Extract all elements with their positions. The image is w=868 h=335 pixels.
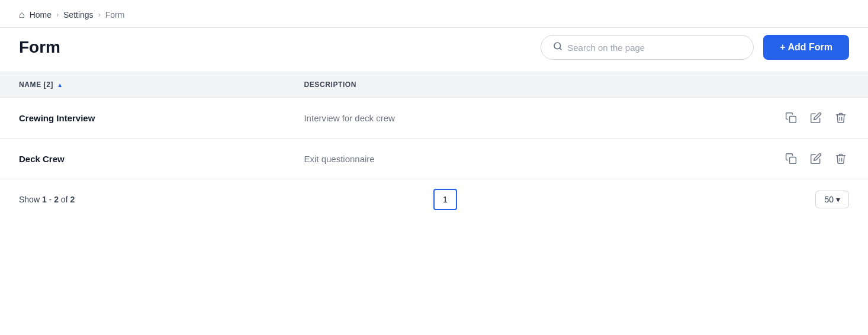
breadcrumb-sep-2: › xyxy=(98,11,101,19)
col-name-label: NAME [2] xyxy=(19,80,53,89)
per-page-value: 50 xyxy=(824,195,834,204)
col-name: NAME [2] ▲ xyxy=(0,72,285,98)
search-input[interactable] xyxy=(567,43,741,53)
row-2-delete-button[interactable] xyxy=(832,150,849,167)
row-1-edit-button[interactable] xyxy=(808,109,824,126)
sort-asc-icon[interactable]: ▲ xyxy=(57,82,63,88)
row-1-description: Interview for deck crew xyxy=(285,98,607,138)
row-1-delete-button[interactable] xyxy=(832,109,849,126)
add-form-button[interactable]: + Add Form xyxy=(763,35,849,60)
row-2-edit-button[interactable] xyxy=(808,150,824,167)
row-1-name: Crewing Interview xyxy=(0,98,285,138)
of-label: of xyxy=(61,195,68,204)
search-icon xyxy=(553,41,562,53)
col-description: DESCRIPTION xyxy=(285,72,607,98)
breadcrumb-sep-1: › xyxy=(56,11,59,19)
range-start: 1 xyxy=(42,195,47,204)
row-2-description: Exit questionnaire xyxy=(285,138,607,179)
row-1-actions xyxy=(607,98,868,138)
table-row: Crewing Interview Interview for deck cre… xyxy=(0,98,868,138)
svg-line-1 xyxy=(560,48,561,50)
show-prefix: Show xyxy=(19,195,40,204)
show-text: Show 1 - 2 of 2 xyxy=(19,195,75,204)
range-dash: - xyxy=(49,195,54,204)
table-body: Crewing Interview Interview for deck cre… xyxy=(0,98,868,179)
breadcrumb-current: Form xyxy=(105,10,125,20)
page-input[interactable] xyxy=(433,189,457,210)
row-2-actions xyxy=(607,138,868,179)
table-header: NAME [2] ▲ DESCRIPTION xyxy=(0,72,868,98)
pagination xyxy=(433,189,457,210)
breadcrumb-home-link[interactable]: Home xyxy=(30,10,52,20)
breadcrumb: ⌂ Home › Settings › Form xyxy=(0,0,868,27)
page-header: Form + Add Form xyxy=(0,28,868,72)
forms-table: NAME [2] ▲ DESCRIPTION Crewing Interview… xyxy=(0,72,868,179)
home-icon: ⌂ xyxy=(19,9,25,20)
search-box xyxy=(541,35,754,60)
row-2-copy-button[interactable] xyxy=(783,150,799,167)
svg-rect-3 xyxy=(790,157,796,164)
table-footer: Show 1 - 2 of 2 50 ▾ xyxy=(0,179,868,220)
row-1-copy-button[interactable] xyxy=(783,109,799,126)
total: 2 xyxy=(70,195,75,204)
header-right: + Add Form xyxy=(541,35,849,60)
row-2-name: Deck Crew xyxy=(0,138,285,179)
page-title: Form xyxy=(19,38,60,57)
table-row: Deck Crew Exit questionnaire xyxy=(0,138,868,179)
svg-rect-2 xyxy=(790,117,796,123)
range-end: 2 xyxy=(54,195,59,204)
per-page-select[interactable]: 50 ▾ xyxy=(815,191,849,208)
col-actions xyxy=(607,72,868,98)
breadcrumb-settings-link[interactable]: Settings xyxy=(63,10,94,20)
chevron-down-icon: ▾ xyxy=(836,195,840,204)
